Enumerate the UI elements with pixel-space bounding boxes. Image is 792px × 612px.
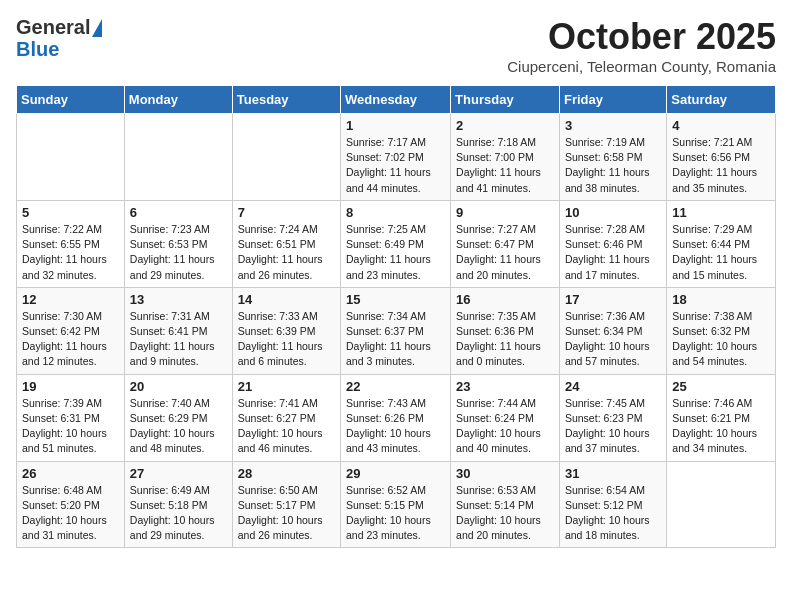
day-header-saturday: Saturday: [667, 86, 776, 114]
calendar-body: 1Sunrise: 7:17 AM Sunset: 7:02 PM Daylig…: [17, 114, 776, 548]
day-number: 5: [22, 205, 119, 220]
day-info: Sunrise: 7:46 AM Sunset: 6:21 PM Dayligh…: [672, 396, 770, 457]
day-number: 6: [130, 205, 227, 220]
day-cell: 28Sunrise: 6:50 AM Sunset: 5:17 PM Dayli…: [232, 461, 340, 548]
day-number: 21: [238, 379, 335, 394]
day-cell: 1Sunrise: 7:17 AM Sunset: 7:02 PM Daylig…: [341, 114, 451, 201]
day-info: Sunrise: 7:18 AM Sunset: 7:00 PM Dayligh…: [456, 135, 554, 196]
day-info: Sunrise: 7:25 AM Sunset: 6:49 PM Dayligh…: [346, 222, 445, 283]
logo-triangle-icon: [92, 19, 102, 37]
day-cell: 24Sunrise: 7:45 AM Sunset: 6:23 PM Dayli…: [559, 374, 666, 461]
day-info: Sunrise: 7:38 AM Sunset: 6:32 PM Dayligh…: [672, 309, 770, 370]
day-info: Sunrise: 6:54 AM Sunset: 5:12 PM Dayligh…: [565, 483, 661, 544]
day-cell: 12Sunrise: 7:30 AM Sunset: 6:42 PM Dayli…: [17, 287, 125, 374]
day-number: 16: [456, 292, 554, 307]
day-number: 14: [238, 292, 335, 307]
logo-general: General: [16, 16, 90, 39]
day-number: 31: [565, 466, 661, 481]
day-number: 2: [456, 118, 554, 133]
day-info: Sunrise: 7:23 AM Sunset: 6:53 PM Dayligh…: [130, 222, 227, 283]
day-info: Sunrise: 7:33 AM Sunset: 6:39 PM Dayligh…: [238, 309, 335, 370]
day-info: Sunrise: 7:44 AM Sunset: 6:24 PM Dayligh…: [456, 396, 554, 457]
day-header-tuesday: Tuesday: [232, 86, 340, 114]
day-cell: 16Sunrise: 7:35 AM Sunset: 6:36 PM Dayli…: [451, 287, 560, 374]
calendar-table: SundayMondayTuesdayWednesdayThursdayFrid…: [16, 85, 776, 548]
day-cell: 30Sunrise: 6:53 AM Sunset: 5:14 PM Dayli…: [451, 461, 560, 548]
day-number: 13: [130, 292, 227, 307]
day-number: 7: [238, 205, 335, 220]
day-cell: [232, 114, 340, 201]
day-number: 23: [456, 379, 554, 394]
day-cell: 14Sunrise: 7:33 AM Sunset: 6:39 PM Dayli…: [232, 287, 340, 374]
day-cell: 21Sunrise: 7:41 AM Sunset: 6:27 PM Dayli…: [232, 374, 340, 461]
day-info: Sunrise: 7:40 AM Sunset: 6:29 PM Dayligh…: [130, 396, 227, 457]
day-cell: 15Sunrise: 7:34 AM Sunset: 6:37 PM Dayli…: [341, 287, 451, 374]
day-info: Sunrise: 7:41 AM Sunset: 6:27 PM Dayligh…: [238, 396, 335, 457]
day-cell: 10Sunrise: 7:28 AM Sunset: 6:46 PM Dayli…: [559, 200, 666, 287]
day-info: Sunrise: 7:35 AM Sunset: 6:36 PM Dayligh…: [456, 309, 554, 370]
day-cell: 22Sunrise: 7:43 AM Sunset: 6:26 PM Dayli…: [341, 374, 451, 461]
day-number: 28: [238, 466, 335, 481]
day-info: Sunrise: 7:31 AM Sunset: 6:41 PM Dayligh…: [130, 309, 227, 370]
day-info: Sunrise: 7:21 AM Sunset: 6:56 PM Dayligh…: [672, 135, 770, 196]
day-number: 4: [672, 118, 770, 133]
day-cell: 17Sunrise: 7:36 AM Sunset: 6:34 PM Dayli…: [559, 287, 666, 374]
day-number: 27: [130, 466, 227, 481]
day-number: 24: [565, 379, 661, 394]
day-number: 30: [456, 466, 554, 481]
day-header-sunday: Sunday: [17, 86, 125, 114]
day-info: Sunrise: 7:22 AM Sunset: 6:55 PM Dayligh…: [22, 222, 119, 283]
location: Ciuperceni, Teleorman County, Romania: [507, 58, 776, 75]
day-info: Sunrise: 7:27 AM Sunset: 6:47 PM Dayligh…: [456, 222, 554, 283]
day-info: Sunrise: 7:28 AM Sunset: 6:46 PM Dayligh…: [565, 222, 661, 283]
day-info: Sunrise: 7:45 AM Sunset: 6:23 PM Dayligh…: [565, 396, 661, 457]
week-row-3: 12Sunrise: 7:30 AM Sunset: 6:42 PM Dayli…: [17, 287, 776, 374]
day-info: Sunrise: 6:49 AM Sunset: 5:18 PM Dayligh…: [130, 483, 227, 544]
calendar-header-row: SundayMondayTuesdayWednesdayThursdayFrid…: [17, 86, 776, 114]
day-info: Sunrise: 6:48 AM Sunset: 5:20 PM Dayligh…: [22, 483, 119, 544]
day-cell: 29Sunrise: 6:52 AM Sunset: 5:15 PM Dayli…: [341, 461, 451, 548]
day-info: Sunrise: 7:29 AM Sunset: 6:44 PM Dayligh…: [672, 222, 770, 283]
day-info: Sunrise: 7:30 AM Sunset: 6:42 PM Dayligh…: [22, 309, 119, 370]
day-number: 25: [672, 379, 770, 394]
day-cell: 4Sunrise: 7:21 AM Sunset: 6:56 PM Daylig…: [667, 114, 776, 201]
day-cell: 3Sunrise: 7:19 AM Sunset: 6:58 PM Daylig…: [559, 114, 666, 201]
day-cell: 23Sunrise: 7:44 AM Sunset: 6:24 PM Dayli…: [451, 374, 560, 461]
logo-blue: Blue: [16, 39, 59, 59]
day-info: Sunrise: 7:19 AM Sunset: 6:58 PM Dayligh…: [565, 135, 661, 196]
day-cell: 26Sunrise: 6:48 AM Sunset: 5:20 PM Dayli…: [17, 461, 125, 548]
week-row-2: 5Sunrise: 7:22 AM Sunset: 6:55 PM Daylig…: [17, 200, 776, 287]
day-info: Sunrise: 7:43 AM Sunset: 6:26 PM Dayligh…: [346, 396, 445, 457]
day-number: 29: [346, 466, 445, 481]
day-info: Sunrise: 6:52 AM Sunset: 5:15 PM Dayligh…: [346, 483, 445, 544]
day-cell: 11Sunrise: 7:29 AM Sunset: 6:44 PM Dayli…: [667, 200, 776, 287]
day-info: Sunrise: 6:50 AM Sunset: 5:17 PM Dayligh…: [238, 483, 335, 544]
day-cell: 2Sunrise: 7:18 AM Sunset: 7:00 PM Daylig…: [451, 114, 560, 201]
day-cell: 7Sunrise: 7:24 AM Sunset: 6:51 PM Daylig…: [232, 200, 340, 287]
logo: General Blue: [16, 16, 102, 59]
title-section: October 2025 Ciuperceni, Teleorman Count…: [507, 16, 776, 75]
day-info: Sunrise: 7:36 AM Sunset: 6:34 PM Dayligh…: [565, 309, 661, 370]
day-info: Sunrise: 7:39 AM Sunset: 6:31 PM Dayligh…: [22, 396, 119, 457]
day-number: 17: [565, 292, 661, 307]
day-number: 15: [346, 292, 445, 307]
day-header-monday: Monday: [124, 86, 232, 114]
day-number: 19: [22, 379, 119, 394]
day-header-friday: Friday: [559, 86, 666, 114]
month-title: October 2025: [507, 16, 776, 58]
day-cell: 20Sunrise: 7:40 AM Sunset: 6:29 PM Dayli…: [124, 374, 232, 461]
day-cell: 18Sunrise: 7:38 AM Sunset: 6:32 PM Dayli…: [667, 287, 776, 374]
day-cell: 8Sunrise: 7:25 AM Sunset: 6:49 PM Daylig…: [341, 200, 451, 287]
day-cell: 9Sunrise: 7:27 AM Sunset: 6:47 PM Daylig…: [451, 200, 560, 287]
page-header: General Blue October 2025 Ciuperceni, Te…: [16, 16, 776, 75]
day-number: 18: [672, 292, 770, 307]
day-number: 1: [346, 118, 445, 133]
day-cell: [17, 114, 125, 201]
day-number: 20: [130, 379, 227, 394]
day-number: 9: [456, 205, 554, 220]
day-number: 12: [22, 292, 119, 307]
day-cell: [124, 114, 232, 201]
day-number: 8: [346, 205, 445, 220]
day-cell: 27Sunrise: 6:49 AM Sunset: 5:18 PM Dayli…: [124, 461, 232, 548]
day-number: 22: [346, 379, 445, 394]
